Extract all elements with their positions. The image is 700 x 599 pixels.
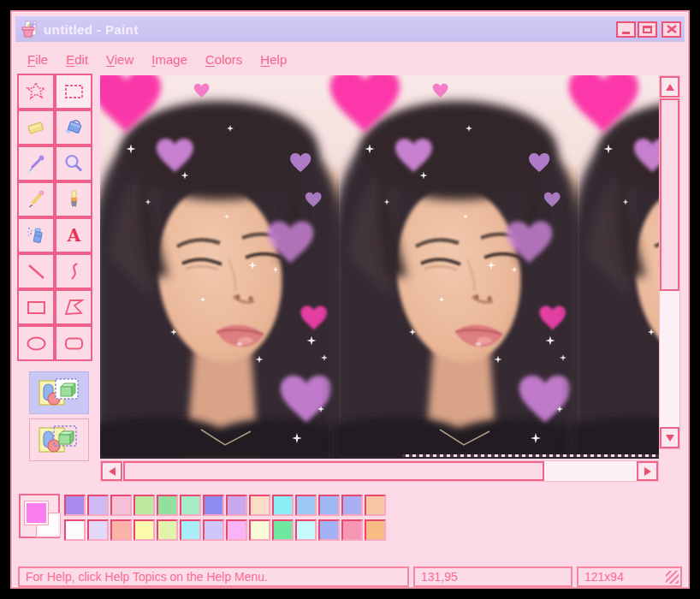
arrow-left-icon: [109, 467, 116, 476]
menu-colors[interactable]: Colors: [205, 52, 242, 67]
tool-airbrush[interactable]: [17, 217, 55, 253]
title-bar[interactable]: untitled - Paint: [15, 16, 685, 42]
palette-swatch-r2c2[interactable]: [87, 519, 109, 541]
tool-options-panel: [29, 371, 91, 466]
palette-swatch-r2c5[interactable]: [157, 519, 178, 541]
paste-opaque-icon: [38, 377, 80, 409]
line-icon: [25, 260, 48, 283]
menu-file[interactable]: File: [27, 52, 48, 67]
option-paste-opaque[interactable]: [29, 371, 89, 414]
tool-eraser[interactable]: [17, 110, 55, 145]
option-paste-transparent[interactable]: [29, 418, 89, 461]
menu-image[interactable]: Image: [151, 52, 187, 67]
palette-swatch-r2c9[interactable]: [249, 519, 270, 541]
palette-swatch-r2c7[interactable]: [203, 519, 224, 541]
text-icon: A: [62, 224, 86, 247]
horizontal-scroll-thumb[interactable]: [123, 461, 544, 481]
vertical-scroll-thumb[interactable]: [660, 98, 679, 291]
palette-swatch-r2c1[interactable]: [64, 519, 86, 541]
palette-swatch-r1c10[interactable]: [272, 495, 294, 516]
fill-icon: [62, 116, 86, 139]
canvas-drawing-area[interactable]: [100, 75, 659, 459]
palette-swatch-r2c13[interactable]: [341, 519, 363, 541]
palette-swatch-r1c12[interactable]: [318, 495, 340, 516]
scroll-up-button[interactable]: [660, 76, 679, 98]
menu-help[interactable]: Help: [260, 52, 287, 67]
palette-swatch-r1c6[interactable]: [180, 495, 201, 516]
paint-window: untitled - Paint FileEditViewImageColors…: [10, 10, 690, 589]
eyedropper-icon: [25, 152, 48, 175]
vertical-scrollbar[interactable]: [659, 75, 680, 449]
polygon-icon: [62, 296, 86, 319]
tool-fill-with-color[interactable]: [55, 110, 92, 145]
tool-free-form-select[interactable]: [17, 74, 55, 110]
scroll-down-button[interactable]: [660, 427, 679, 448]
pencil-icon: [25, 188, 48, 211]
palette-swatch-r2c6[interactable]: [180, 519, 201, 541]
tool-curve[interactable]: [55, 253, 92, 289]
tool-magnifier[interactable]: [55, 145, 92, 181]
minimize-button[interactable]: [616, 21, 636, 38]
canvas-image: [100, 75, 659, 459]
palette-swatch-r1c14[interactable]: [365, 495, 386, 516]
horizontal-scrollbar[interactable]: [100, 460, 659, 482]
svg-text:A: A: [66, 225, 80, 246]
tool-line[interactable]: [17, 253, 55, 289]
tool-rectangle[interactable]: [17, 289, 55, 325]
palette-swatch-r1c7[interactable]: [203, 495, 224, 516]
tool-pick-color[interactable]: [17, 145, 55, 181]
maximize-button[interactable]: [638, 21, 657, 38]
cursor-position: 131,95: [421, 570, 458, 584]
screenshot-stage: untitled - Paint FileEditViewImageColors…: [0, 0, 700, 599]
tool-ellipse[interactable]: [17, 325, 55, 361]
palette-swatch-r1c13[interactable]: [341, 495, 363, 516]
scroll-right-button[interactable]: [637, 461, 658, 481]
palette-swatch-r2c3[interactable]: [110, 519, 132, 541]
current-colors-indicator: [19, 494, 60, 538]
tool-text[interactable]: A: [55, 217, 92, 253]
palette-swatch-r2c10[interactable]: [272, 519, 294, 541]
rounded-rectangle-icon: [62, 332, 86, 355]
palette-swatch-r1c1[interactable]: [64, 495, 86, 516]
palette-swatch-r2c4[interactable]: [133, 519, 155, 541]
curve-icon: [62, 260, 86, 283]
tool-rounded-rectangle[interactable]: [55, 325, 92, 361]
menu-view[interactable]: View: [106, 52, 133, 67]
magnifier-icon: [62, 152, 86, 175]
close-button[interactable]: [661, 21, 681, 38]
menu-edit[interactable]: Edit: [66, 52, 88, 67]
palette-swatch-r1c11[interactable]: [295, 495, 317, 516]
status-cursor-panel: 131,95: [413, 566, 572, 587]
palette-swatch-r2c12[interactable]: [318, 519, 340, 541]
brush-icon: [62, 188, 86, 211]
palette-swatch-r2c8[interactable]: [226, 519, 247, 541]
foreground-color-swatch: [25, 501, 48, 525]
scroll-left-button[interactable]: [101, 461, 122, 481]
palette-row-2: [64, 519, 388, 541]
eraser-icon: [25, 116, 48, 139]
palette-swatch-r1c5[interactable]: [157, 495, 178, 516]
arrow-up-icon: [666, 84, 674, 91]
resize-grip[interactable]: [666, 571, 679, 584]
palette-swatch-r1c2[interactable]: [87, 495, 109, 516]
tool-polygon[interactable]: [55, 289, 92, 325]
palette-swatch-r1c3[interactable]: [110, 495, 132, 516]
palette-swatch-r1c9[interactable]: [249, 495, 270, 516]
status-help-text: For Help, click Help Topics on the Help …: [26, 570, 268, 584]
selection-size: 121x94: [584, 570, 624, 584]
airbrush-icon: [25, 224, 48, 247]
palette-swatch-r2c11[interactable]: [295, 519, 317, 541]
palette-swatch-r1c4[interactable]: [133, 495, 155, 516]
tool-select[interactable]: [55, 74, 92, 110]
ellipse-icon: [25, 332, 48, 355]
palette-row-1: [64, 495, 388, 516]
tool-pencil[interactable]: [17, 181, 55, 217]
select-icon: [62, 80, 86, 104]
palette-swatch-r2c14[interactable]: [365, 519, 386, 541]
tool-brush[interactable]: [55, 181, 92, 217]
tool-palette: A: [17, 74, 92, 361]
minimize-icon: [622, 32, 630, 34]
maximize-icon: [643, 26, 652, 33]
status-help-panel: For Help, click Help Topics on the Help …: [18, 566, 409, 587]
palette-swatch-r1c8[interactable]: [226, 495, 247, 516]
